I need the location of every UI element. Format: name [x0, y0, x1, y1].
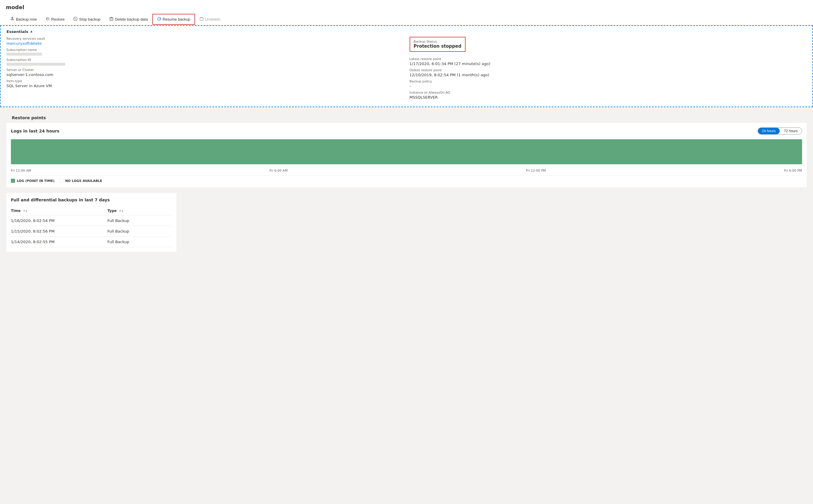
delete-backup-label: Delete backup data: [115, 17, 148, 21]
row-2-type: Full Backup: [107, 240, 172, 244]
table-row: 1/14/2020, 8:02:55 PM Full Backup: [11, 237, 172, 247]
instance-value: MSSQLSERVER: [410, 95, 807, 100]
stop-backup-icon: [73, 17, 77, 22]
restore-label: Restore: [51, 17, 65, 21]
col-header-type: Type ↑↓: [107, 209, 172, 213]
backup-status-label: Backup Status: [414, 40, 461, 44]
delete-backup-icon: [109, 17, 113, 22]
server-cluster-field: Server or Cluster sqlserver-1.contoso.co…: [6, 68, 404, 77]
stop-backup-label: Stop backup: [79, 17, 100, 21]
undelete-icon: [199, 17, 204, 22]
item-type-field: Item type SQL Server in Azure VM: [6, 79, 404, 88]
chart-labels: Fri 12:00 AM Fri 6:00 AM Fri 12:00 PM Fr…: [11, 169, 802, 173]
subscription-name-placeholder: [6, 53, 42, 56]
table-row: 1/15/2020, 8:02:56 PM Full Backup: [11, 226, 172, 237]
recovery-vault-value[interactable]: mercurysoftdelete: [6, 41, 42, 46]
subscription-id-placeholder: [6, 63, 65, 66]
essentials-header: Essentials ∧: [6, 29, 807, 34]
type-sort-icon[interactable]: ↑↓: [119, 210, 123, 213]
logs-title: Logs in last 24 hours: [11, 129, 59, 133]
row-0-time: 1/16/2020, 8:02:54 PM: [11, 218, 107, 223]
essentials-chevron-icon: ∧: [30, 30, 33, 34]
item-type-label: Item type: [6, 79, 404, 83]
24h-button[interactable]: 24 hours: [758, 128, 780, 134]
latest-restore-field: Latest restore point 1/17/2020, 6:01:34 …: [410, 57, 807, 66]
oldest-restore-field: Oldest restore point 12/10/2019, 8:02:54…: [410, 68, 807, 77]
resume-backup-button[interactable]: Resume backup: [152, 14, 195, 25]
row-1-time: 1/15/2020, 8:02:56 PM: [11, 229, 107, 233]
logs-header: Logs in last 24 hours 24 hours 72 hours: [11, 127, 802, 135]
restore-points-header: Restore points: [6, 112, 807, 122]
delete-backup-data-button[interactable]: Delete backup data: [105, 14, 152, 24]
resume-backup-icon: [157, 17, 161, 22]
instance-field: Instance or AlwaysOn AG MSSQLSERVER: [410, 91, 807, 100]
page-container: model Backup now: [0, 0, 813, 257]
legend-log-label: LOG (POINT IN TIME): [17, 179, 54, 183]
svg-line-2: [75, 18, 76, 19]
legend-color-green: [11, 179, 15, 183]
page-title: model: [6, 4, 807, 10]
row-0-type: Full Backup: [107, 218, 172, 223]
instance-label: Instance or AlwaysOn AG: [410, 91, 807, 95]
content-area: Restore points Logs in last 24 hours 24 …: [0, 107, 813, 257]
chart-label-1: Fri 6:00 AM: [269, 169, 288, 173]
row-1-type: Full Backup: [107, 229, 172, 233]
chart-legend: LOG (POINT IN TIME) NO LOGS AVAILABLE: [11, 175, 802, 183]
table-header-row: Time ↑↓ Type ↑↓: [11, 206, 172, 215]
essentials-label: Essentials: [6, 29, 28, 34]
restore-button[interactable]: Restore: [41, 14, 69, 24]
essentials-left-col: Recovery services vault mercurysoftdelet…: [6, 37, 404, 102]
backup-now-icon: [10, 17, 14, 22]
backup-now-label: Backup now: [16, 17, 37, 21]
chart-label-0: Fri 12:00 AM: [11, 169, 31, 173]
latest-restore-value: 1/17/2020, 6:01:34 PM (27 minute(s) ago): [410, 62, 807, 66]
recovery-vault-field: Recovery services vault mercurysoftdelet…: [6, 37, 404, 46]
essentials-content: Recovery services vault mercurysoftdelet…: [6, 37, 807, 102]
legend-no-logs: NO LOGS AVAILABLE: [59, 179, 102, 183]
svg-rect-0: [11, 19, 14, 20]
header-area: model Backup now: [0, 0, 813, 25]
backup-policy-value: -: [410, 84, 807, 88]
backup-status-box: Backup Status Protection stopped: [410, 37, 466, 52]
resume-backup-label: Resume backup: [163, 17, 190, 21]
row-2-time: 1/14/2020, 8:02:55 PM: [11, 240, 107, 244]
chart-label-2: Fri 12:00 PM: [526, 169, 546, 173]
essentials-right-col: Backup Status Protection stopped Latest …: [404, 37, 807, 102]
legend-log-pit: LOG (POINT IN TIME): [11, 179, 54, 183]
full-diff-card: Full and differential backups in last 7 …: [6, 193, 177, 252]
subscription-name-field: Subscription name: [6, 48, 404, 56]
restore-points-title: Restore points: [12, 115, 46, 120]
recovery-vault-label: Recovery services vault: [6, 37, 404, 41]
backups-table: Time ↑↓ Type ↑↓ 1/16/2020, 8:02:54 PM Fu…: [11, 206, 172, 247]
oldest-restore-label: Oldest restore point: [410, 68, 807, 72]
page-header: model Backup now: [0, 0, 813, 25]
undelete-button[interactable]: Undelete: [195, 14, 225, 24]
svg-rect-7: [200, 18, 203, 21]
essentials-section: Essentials ∧ Recovery services vault mer…: [0, 25, 813, 107]
col-header-time: Time ↑↓: [11, 209, 107, 213]
72h-button[interactable]: 72 hours: [780, 128, 802, 134]
chart-label-3: Fri 6:00 PM: [784, 169, 802, 173]
backup-policy-field: Backup policy -: [410, 79, 807, 88]
item-type-value: SQL Server in Azure VM: [6, 84, 404, 88]
backup-status-value: Protection stopped: [414, 44, 461, 49]
subscription-name-label: Subscription name: [6, 48, 404, 52]
logs-card: Logs in last 24 hours 24 hours 72 hours …: [6, 122, 807, 188]
stop-backup-button[interactable]: Stop backup: [69, 14, 105, 24]
time-sort-icon[interactable]: ↑↓: [23, 210, 27, 213]
toolbar: Backup now Restore: [6, 14, 807, 25]
server-cluster-value: sqlserver-1.contoso.com: [6, 72, 404, 77]
chart-area: [11, 139, 802, 165]
backup-now-button[interactable]: Backup now: [6, 14, 41, 24]
backup-policy-label: Backup policy: [410, 79, 807, 83]
legend-no-logs-label: NO LOGS AVAILABLE: [65, 179, 102, 183]
legend-color-white: [59, 179, 63, 183]
restore-icon: [46, 17, 50, 22]
subscription-id-label: Subscription ID: [6, 58, 404, 62]
full-diff-title: Full and differential backups in last 7 …: [11, 198, 172, 202]
oldest-restore-value: 12/10/2019, 8:02:54 PM (1 month(s) ago): [410, 73, 807, 77]
undelete-label: Undelete: [205, 17, 221, 21]
table-row: 1/16/2020, 8:02:54 PM Full Backup: [11, 215, 172, 226]
svg-rect-3: [110, 18, 113, 21]
time-toggle-group: 24 hours 72 hours: [758, 127, 802, 135]
